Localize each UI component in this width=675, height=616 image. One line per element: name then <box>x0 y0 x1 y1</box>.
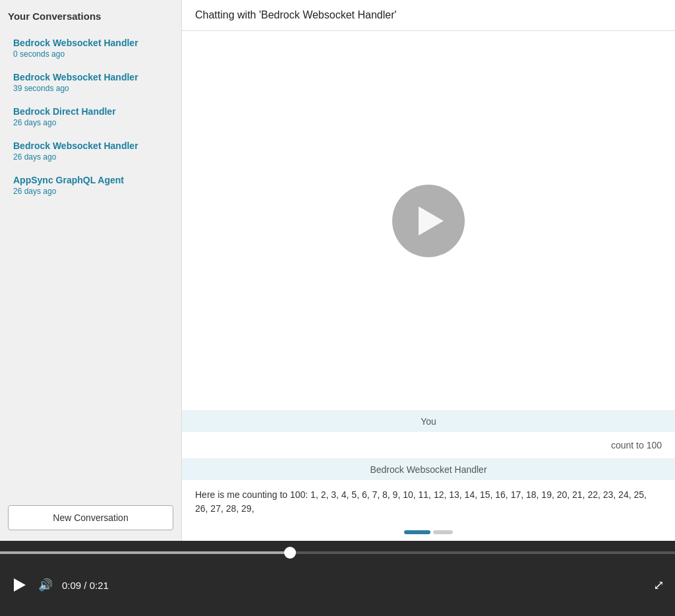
sidebar-item-conversation-5[interactable]: AppSync GraphQL Agent26 days ago <box>8 168 173 202</box>
conversation-time-3: 26 days ago <box>13 118 168 127</box>
total-time: 0:21 <box>90 580 109 591</box>
conversation-time-1: 0 seconds ago <box>13 49 168 59</box>
conversation-time-4: 26 days ago <box>13 152 168 162</box>
chat-header: Chatting with 'Bedrock Websocket Handler… <box>182 0 675 31</box>
messages-section: You count to 100 Bedrock Websocket Handl… <box>182 410 675 524</box>
user-message-text: count to 100 <box>182 432 675 458</box>
sidebar-item-conversation-2[interactable]: Bedrock Websocket Handler39 seconds ago <box>8 65 173 100</box>
controls-row: 🔊 0:09 / 0:21 ⤢ <box>0 554 675 616</box>
progress-bar-fill <box>0 551 290 554</box>
conversation-list: Bedrock Websocket Handler0 seconds agoBe… <box>8 31 173 495</box>
progress-thumb[interactable] <box>284 547 296 559</box>
conversation-time-2: 39 seconds ago <box>13 84 168 93</box>
conversation-title-5: AppSync GraphQL Agent <box>13 175 168 185</box>
conversation-title-1: Bedrock Websocket Handler <box>13 38 168 48</box>
message-group-bot: Bedrock Websocket Handler Here is me cou… <box>182 458 675 524</box>
scroll-dot-active <box>404 530 430 534</box>
conversation-title-2: Bedrock Websocket Handler <box>13 72 168 82</box>
video-controls-bar: 🔊 0:09 / 0:21 ⤢ <box>0 541 675 616</box>
main-content: Chatting with 'Bedrock Websocket Handler… <box>181 0 675 541</box>
controls-fullscreen-icon[interactable]: ⤢ <box>653 577 664 593</box>
sidebar-title: Your Conversations <box>8 11 173 22</box>
controls-play-button[interactable] <box>11 576 29 594</box>
scroll-indicator <box>182 524 675 541</box>
chat-body: You count to 100 Bedrock Websocket Handl… <box>182 31 675 541</box>
bot-sender-label: Bedrock Websocket Handler <box>182 459 675 480</box>
conversation-time-5: 26 days ago <box>13 187 168 196</box>
sidebar: Your Conversations Bedrock Websocket Han… <box>0 0 181 541</box>
new-conversation-button[interactable]: New Conversation <box>8 505 173 530</box>
sidebar-item-conversation-3[interactable]: Bedrock Direct Handler26 days ago <box>8 100 173 134</box>
bot-message-text: Here is me counting to 100: 1, 2, 3, 4, … <box>182 480 675 524</box>
message-group-user: You count to 100 <box>182 410 675 458</box>
time-separator: / <box>81 580 90 591</box>
current-time: 0:09 <box>62 580 81 591</box>
controls-play-triangle-icon <box>14 578 26 592</box>
controls-time-display: 0:09 / 0:21 <box>62 580 109 591</box>
sidebar-item-conversation-1[interactable]: Bedrock Websocket Handler0 seconds ago <box>8 31 173 65</box>
conversation-title-4: Bedrock Websocket Handler <box>13 140 168 151</box>
video-overlay <box>182 31 675 410</box>
sidebar-item-conversation-4[interactable]: Bedrock Websocket Handler26 days ago <box>8 134 173 168</box>
video-play-button[interactable] <box>392 185 465 257</box>
controls-volume-icon[interactable]: 🔊 <box>38 578 53 592</box>
conversation-title-3: Bedrock Direct Handler <box>13 106 168 117</box>
user-sender-label: You <box>182 411 675 432</box>
progress-bar-container[interactable] <box>0 551 675 554</box>
scroll-dot-inactive <box>433 530 453 534</box>
play-triangle-icon <box>419 206 444 235</box>
